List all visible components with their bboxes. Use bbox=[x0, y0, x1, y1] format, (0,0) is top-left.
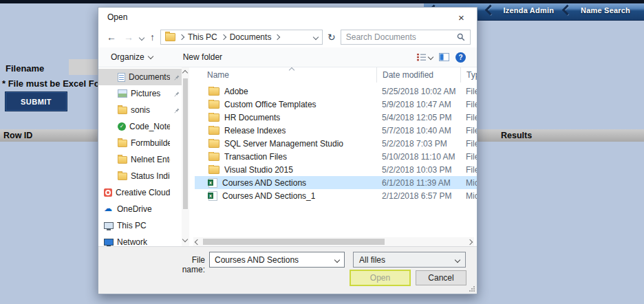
scroll-down-icon[interactable] bbox=[182, 237, 188, 242]
dialog-title-bar: Open × bbox=[98, 8, 477, 27]
folder-icon bbox=[208, 153, 219, 161]
list-header: Name Date modified Type bbox=[195, 67, 477, 83]
sidebar-item-label: Documents bbox=[129, 72, 170, 82]
column-header-date-modified[interactable]: Date modified bbox=[376, 67, 460, 83]
file-name: Transaction Files bbox=[224, 152, 287, 162]
file-row[interactable]: Visual Studio 2015 5/2/2018 10:03 PM Fil… bbox=[195, 163, 477, 176]
close-icon[interactable]: × bbox=[446, 8, 477, 26]
file-type-dropdown[interactable]: All files bbox=[353, 252, 466, 268]
breadcrumb-chevron-icon bbox=[179, 34, 184, 40]
sidebar-item[interactable]: Code_Notes_330 bbox=[98, 118, 182, 135]
breadcrumb-chevron-icon bbox=[220, 34, 226, 40]
open-file-dialog: Open × ← → ↑ This PC Documents ↻ Search … bbox=[98, 7, 477, 294]
help-icon: ? bbox=[455, 52, 466, 63]
horizontal-scrollbar[interactable] bbox=[193, 237, 474, 246]
sidebar-item-label: Formbuilder bbox=[131, 138, 170, 148]
file-row[interactable]: Transaction Files 5/10/2018 11:10 AM Fil… bbox=[195, 150, 477, 163]
open-button[interactable]: Open bbox=[350, 270, 411, 286]
scroll-left-icon[interactable] bbox=[195, 239, 200, 245]
file-row[interactable]: Custom Office Templates 5/9/2018 10:47 A… bbox=[195, 98, 477, 111]
sidebar-item-label: OneDrive bbox=[117, 204, 170, 214]
new-folder-label: New folder bbox=[183, 52, 222, 62]
file-row[interactable]: HR Documents 5/4/2018 12:05 PM File bbox=[195, 111, 477, 124]
file-date-modified: 6/1/2018 11:39 AM bbox=[376, 178, 460, 188]
file-name: HR Documents bbox=[224, 113, 280, 122]
file-row[interactable]: SQL Server Management Studio 5/2/2018 7:… bbox=[195, 137, 477, 150]
view-mode-chevron-icon bbox=[428, 54, 433, 60]
pin-icon bbox=[173, 107, 180, 113]
file-date-modified: 5/25/2018 10:02 AM bbox=[376, 87, 460, 96]
folder-icon bbox=[118, 140, 127, 147]
up-arrow-icon[interactable]: ↑ bbox=[148, 32, 157, 43]
sidebar-item[interactable]: Documents bbox=[98, 69, 182, 85]
folder-icon bbox=[208, 113, 219, 122]
folder-icon bbox=[208, 87, 219, 96]
folder-icon bbox=[118, 156, 127, 164]
top-dark-strip bbox=[0, 0, 644, 3]
file-row[interactable]: Courses AND Sections 6/1/2018 11:39 AM M… bbox=[195, 176, 477, 189]
scrollbar-thumb[interactable] bbox=[183, 78, 188, 209]
breadcrumb-this-pc[interactable]: This PC bbox=[188, 32, 217, 42]
address-dropdown-chevron-icon[interactable] bbox=[313, 34, 319, 40]
file-row[interactable]: Courses AND Sections_1 2/12/2018 6:57 PM… bbox=[195, 189, 477, 202]
preview-pane-icon bbox=[439, 53, 449, 61]
resize-grip[interactable] bbox=[469, 286, 475, 292]
forward-arrow-icon[interactable]: → bbox=[122, 32, 136, 43]
row-id-header: Row ID bbox=[3, 131, 32, 140]
dropdown-chevron-icon[interactable] bbox=[455, 257, 460, 262]
back-arrow-icon[interactable]: ← bbox=[105, 32, 118, 43]
file-date-modified: 5/10/2018 11:10 AM bbox=[376, 152, 460, 162]
sidebar-item[interactable]: Status Indicators bbox=[98, 168, 182, 184]
file-name: Courses AND Sections_1 bbox=[222, 191, 315, 201]
sidebar-item-label: This PC bbox=[117, 221, 170, 230]
file-name: SQL Server Management Studio bbox=[224, 139, 343, 149]
pin-icon bbox=[173, 91, 180, 97]
file-row[interactable]: Adobe 5/25/2018 10:02 AM File bbox=[195, 85, 477, 98]
scroll-right-icon[interactable] bbox=[467, 239, 473, 245]
file-type: File bbox=[460, 139, 477, 149]
column-header-type[interactable]: Type bbox=[460, 67, 477, 83]
sidebar-item[interactable]: Creative Cloud File bbox=[98, 184, 182, 201]
sidebar-scrollbar[interactable] bbox=[182, 67, 189, 246]
combobox-chevron-icon[interactable] bbox=[334, 257, 340, 262]
file-name: Visual Studio 2015 bbox=[224, 165, 293, 175]
file-type: Mic bbox=[460, 191, 477, 201]
breadcrumb-documents[interactable]: Documents bbox=[230, 32, 272, 42]
sidebar-item[interactable]: Pictures bbox=[98, 85, 182, 102]
file-name: Release Indexes bbox=[224, 126, 286, 135]
sidebar-item[interactable]: This PC bbox=[98, 217, 182, 234]
sidebar-item-label: Pictures bbox=[131, 89, 170, 98]
new-folder-button[interactable]: New folder bbox=[183, 52, 222, 62]
search-input[interactable]: Search Documents bbox=[341, 30, 471, 45]
cancel-button[interactable]: Cancel bbox=[416, 270, 466, 285]
scroll-up-icon[interactable] bbox=[182, 70, 188, 76]
file-type: File bbox=[460, 87, 477, 96]
folder-icon bbox=[208, 127, 219, 135]
file-type: File bbox=[460, 165, 477, 175]
submit-button[interactable]: SUBMIT bbox=[5, 91, 67, 111]
file-date-modified: 5/4/2018 12:05 PM bbox=[376, 113, 460, 122]
view-mode-button[interactable] bbox=[417, 53, 433, 61]
file-type: File bbox=[460, 126, 477, 135]
folder-icon bbox=[208, 140, 219, 148]
help-button[interactable]: ? bbox=[455, 52, 466, 63]
sidebar-item[interactable]: OneDrive bbox=[98, 201, 182, 217]
search-icon bbox=[457, 33, 465, 41]
network-icon bbox=[104, 239, 114, 246]
file-type: File bbox=[460, 100, 477, 109]
scrollbar-thumb[interactable] bbox=[203, 239, 385, 245]
file-row[interactable]: Release Indexes 5/7/2018 10:40 AM File bbox=[195, 124, 477, 137]
onedrive-icon bbox=[104, 205, 114, 214]
folder-icon bbox=[118, 107, 127, 114]
breadcrumb-chevron-icon bbox=[275, 34, 280, 40]
preview-pane-button[interactable] bbox=[439, 53, 449, 61]
file-name-combobox[interactable]: Courses AND Sections bbox=[209, 252, 345, 268]
organize-button[interactable]: Organize bbox=[111, 52, 153, 62]
column-header-name[interactable]: Name bbox=[195, 67, 376, 83]
refresh-icon[interactable]: ↻ bbox=[326, 32, 337, 43]
history-chevron-icon[interactable] bbox=[139, 32, 144, 42]
sidebar-item[interactable]: Nelnet Enterprise bbox=[98, 151, 182, 168]
sidebar-item[interactable]: Formbuilder bbox=[98, 135, 182, 151]
sidebar-item[interactable]: sonis bbox=[98, 102, 182, 118]
organize-chevron-icon bbox=[147, 54, 153, 59]
